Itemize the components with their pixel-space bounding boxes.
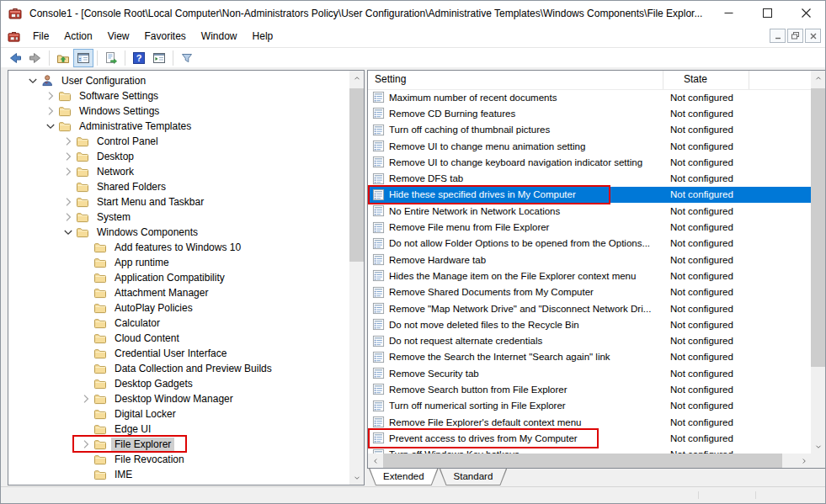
tree-item-ime[interactable]: IME bbox=[8, 467, 349, 482]
scroll-left-button[interactable] bbox=[368, 454, 382, 468]
list-row-do-not-allow-folder-options-to-be-opened-from-the-options[interactable]: Do not allow Folder Options to be opened… bbox=[368, 236, 811, 252]
forward-button[interactable] bbox=[25, 49, 45, 67]
export-list-button[interactable] bbox=[101, 49, 121, 67]
up-one-level-button[interactable] bbox=[53, 49, 73, 67]
list-row-turn-off-numerical-sorting-in-file-explorer[interactable]: Turn off numerical sorting in File Explo… bbox=[368, 398, 811, 414]
mdi-minimize-button[interactable] bbox=[770, 29, 786, 43]
minimize-button[interactable] bbox=[709, 1, 748, 25]
tree-item-network[interactable]: Network bbox=[8, 164, 349, 179]
tree-item-application-compatibility[interactable]: Application Compatibility bbox=[8, 270, 349, 285]
expander[interactable] bbox=[79, 392, 93, 406]
maximize-button[interactable] bbox=[748, 1, 786, 25]
tree-item-data-collection-and-preview-builds[interactable]: Data Collection and Preview Builds bbox=[8, 361, 349, 376]
tree-vertical-scrollbar[interactable] bbox=[349, 71, 364, 485]
tree-item-file-revocation[interactable]: File Revocation bbox=[8, 452, 349, 467]
tree-item-label: Start Menu and Taskbar bbox=[93, 195, 207, 209]
expander[interactable] bbox=[61, 195, 75, 209]
tree-item-software-settings[interactable]: Software Settings bbox=[8, 88, 349, 103]
list-row-remove-security-tab[interactable]: Remove Security tab Not configured bbox=[368, 365, 811, 381]
tree-item-cloud-content[interactable]: Cloud Content bbox=[8, 331, 349, 346]
scroll-thumb[interactable] bbox=[349, 88, 364, 262]
list-row-remove-file-menu-from-file-explorer[interactable]: Remove File menu from File Explorer Not … bbox=[368, 219, 811, 235]
tree-item-start-menu-and-taskbar[interactable]: Start Menu and Taskbar bbox=[8, 194, 349, 210]
expander[interactable] bbox=[44, 119, 57, 133]
tree-item-item[interactable] bbox=[8, 482, 349, 485]
tree-item-edge-ui[interactable]: Edge UI bbox=[8, 422, 349, 437]
scroll-up-button[interactable] bbox=[349, 71, 364, 85]
list-row-remove-cd-burning-features[interactable]: Remove CD Burning features Not configure… bbox=[368, 105, 811, 121]
tree-item-digital-locker[interactable]: Digital Locker bbox=[8, 406, 349, 422]
expander[interactable] bbox=[61, 165, 75, 178]
tree-item-add-features-to-windows-10[interactable]: Add features to Windows 10 bbox=[8, 240, 349, 255]
tree-item-app-runtime[interactable]: App runtime bbox=[8, 255, 349, 270]
expander[interactable] bbox=[44, 89, 57, 103]
list-row-remove-search-button-from-file-explorer[interactable]: Remove Search button from File Explorer … bbox=[368, 381, 811, 397]
scroll-right-button[interactable] bbox=[797, 454, 811, 468]
list-row-remove-map-network-drive-and-disconnect-network-dri[interactable]: Remove "Map Network Drive" and "Disconne… bbox=[368, 300, 811, 316]
list-row-prevent-access-to-drives-from-my-computer[interactable]: Prevent access to drives from My Compute… bbox=[368, 430, 811, 446]
tree-item-control-panel[interactable]: Control Panel bbox=[8, 134, 349, 149]
list-row-remove-file-explorer-s-default-context-menu[interactable]: Remove File Explorer's default context m… bbox=[368, 414, 811, 430]
scroll-thumb[interactable] bbox=[383, 454, 782, 468]
tab-extended[interactable]: Extended bbox=[369, 469, 439, 485]
tree-item-windows-components[interactable]: Windows Components bbox=[8, 225, 349, 240]
expander[interactable] bbox=[79, 438, 93, 451]
tree-item-desktop-gadgets[interactable]: Desktop Gadgets bbox=[8, 376, 349, 391]
tree-item-windows-settings[interactable]: Windows Settings bbox=[8, 103, 349, 119]
list-row-turn-off-caching-of-thumbnail-pictures[interactable]: Turn off caching of thumbnail pictures N… bbox=[368, 122, 811, 138]
back-button[interactable] bbox=[5, 49, 25, 67]
list-row-remove-ui-to-change-keyboard-navigation-indicator-setting[interactable]: Remove UI to change keyboard navigation … bbox=[368, 154, 811, 170]
list-row-hides-the-manage-item-on-the-file-explorer-context-menu[interactable]: Hides the Manage item on the File Explor… bbox=[368, 268, 811, 284]
menu-item-view[interactable]: View bbox=[100, 27, 137, 45]
list-row-remove-dfs-tab[interactable]: Remove DFS tab Not configured bbox=[368, 170, 811, 186]
tree-item-attachment-manager[interactable]: Attachment Manager bbox=[8, 285, 349, 300]
close-button[interactable] bbox=[786, 1, 825, 25]
expander[interactable] bbox=[61, 225, 75, 239]
menu-item-help[interactable]: Help bbox=[245, 27, 281, 45]
tree-item-shared-folders[interactable]: Shared Folders bbox=[8, 179, 349, 194]
list-row-remove-the-search-the-internet-search-again-link[interactable]: Remove the Search the Internet "Search a… bbox=[368, 349, 811, 365]
tree-item-credential-user-interface[interactable]: Credential User Interface bbox=[8, 346, 349, 361]
column-header-setting[interactable]: Setting bbox=[368, 71, 663, 89]
tree-item-administrative-templates[interactable]: Administrative Templates bbox=[8, 119, 349, 134]
list-row-no-entire-network-in-network-locations[interactable]: No Entire Network in Network Locations N… bbox=[368, 203, 811, 219]
expander[interactable] bbox=[61, 150, 75, 163]
menu-item-action[interactable]: Action bbox=[56, 27, 99, 45]
column-header-state[interactable]: State bbox=[663, 71, 749, 89]
menu-item-file[interactable]: File bbox=[25, 27, 56, 45]
show-console-tree-button[interactable] bbox=[73, 49, 93, 67]
scroll-thumb[interactable] bbox=[811, 88, 825, 367]
tree-item-desktop[interactable]: Desktop bbox=[8, 149, 349, 164]
list-row-hide-these-specified-drives-in-my-computer[interactable]: Hide these specified drives in My Comput… bbox=[368, 187, 811, 203]
scroll-down-button[interactable] bbox=[349, 470, 364, 485]
expander[interactable] bbox=[26, 74, 40, 88]
scroll-up-button[interactable] bbox=[811, 71, 825, 85]
expander[interactable] bbox=[44, 104, 57, 118]
tree-item-file-explorer[interactable]: File Explorer bbox=[8, 437, 349, 452]
show-action-pane-button[interactable] bbox=[149, 49, 169, 67]
list-row-do-not-request-alternate-credentials[interactable]: Do not request alternate credentials Not… bbox=[368, 332, 811, 348]
tree-item-desktop-window-manager[interactable]: Desktop Window Manager bbox=[8, 391, 349, 406]
list-row-turn-off-windows-key-hotkeys[interactable]: Turn off Windows Key hotkeys Not configu… bbox=[368, 447, 811, 454]
tree-item-calculator[interactable]: Calculator bbox=[8, 316, 349, 331]
list-row-remove-shared-documents-from-my-computer[interactable]: Remove Shared Documents from My Computer… bbox=[368, 284, 811, 300]
tree-item-user-configuration[interactable]: User Configuration bbox=[8, 73, 349, 88]
list-row-do-not-move-deleted-files-to-the-recycle-bin[interactable]: Do not move deleted files to the Recycle… bbox=[368, 316, 811, 332]
list-row-maximum-number-of-recent-documents[interactable]: Maximum number of recent documents Not c… bbox=[368, 89, 811, 105]
help-button[interactable] bbox=[129, 49, 149, 67]
tab-standard[interactable]: Standard bbox=[440, 469, 508, 485]
tree-item-autoplay-policies[interactable]: AutoPlay Policies bbox=[8, 300, 349, 316]
list-vertical-scrollbar[interactable] bbox=[811, 71, 825, 454]
list-row-remove-ui-to-change-menu-animation-setting[interactable]: Remove UI to change menu animation setti… bbox=[368, 138, 811, 154]
menu-item-window[interactable]: Window bbox=[194, 27, 245, 45]
filter-button[interactable] bbox=[177, 49, 197, 67]
expander[interactable] bbox=[61, 135, 75, 148]
list-row-remove-hardware-tab[interactable]: Remove Hardware tab Not configured bbox=[368, 252, 811, 268]
list-horizontal-scrollbar[interactable] bbox=[368, 454, 811, 468]
mdi-close-button[interactable] bbox=[805, 29, 821, 43]
menu-item-favorites[interactable]: Favorites bbox=[137, 27, 194, 45]
tree-item-system[interactable]: System bbox=[8, 210, 349, 225]
mdi-restore-button[interactable] bbox=[787, 29, 803, 43]
expander[interactable] bbox=[61, 210, 75, 224]
scroll-down-button[interactable] bbox=[811, 439, 825, 454]
